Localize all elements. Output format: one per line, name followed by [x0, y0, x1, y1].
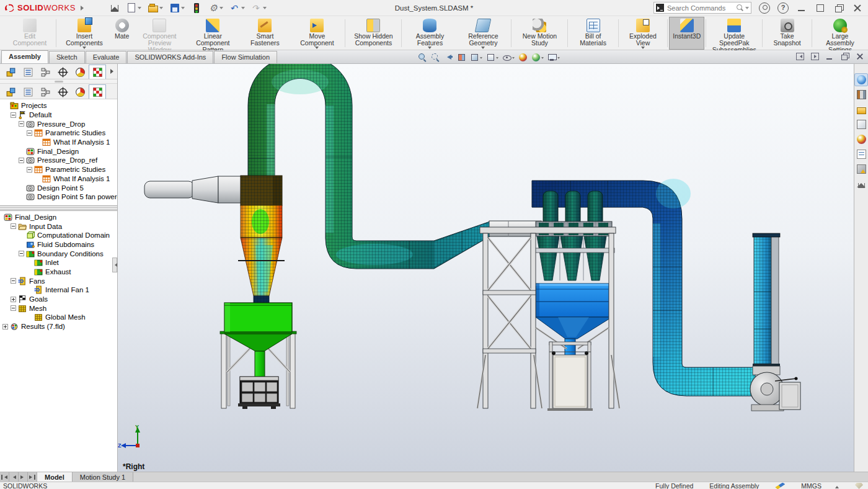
- insert-components-button[interactable]: Insert Components: [58, 17, 111, 50]
- tree-item-fluid-subdomains[interactable]: Fluid Subdomains: [0, 240, 117, 249]
- exploded-view-button[interactable]: Exploded View: [620, 17, 666, 50]
- tree-item-projects[interactable]: Projects: [0, 101, 117, 110]
- tree-item-parametric-studies[interactable]: Parametric Studies: [0, 128, 117, 138]
- chevron-down-icon[interactable]: [263, 7, 267, 11]
- undo-button[interactable]: ↶: [229, 2, 246, 14]
- chevron-down-icon[interactable]: [541, 57, 544, 60]
- tree-item-final-design-root[interactable]: Final_Design: [0, 213, 117, 222]
- tree-item-what-if-analysis[interactable]: What If Analysis 1: [0, 138, 117, 147]
- new-motion-study-button[interactable]: New Motion Study: [513, 17, 566, 50]
- chevron-down-icon[interactable]: [159, 7, 163, 11]
- component-preview-window-button[interactable]: Component Preview Window: [133, 17, 186, 50]
- reference-geometry-button[interactable]: Reference Geometry: [456, 17, 510, 50]
- tree-item-internal-fan-1[interactable]: Internal Fan 1: [0, 285, 117, 295]
- help-icon[interactable]: ?: [777, 2, 789, 14]
- assembly-features-button[interactable]: Assembly Features: [403, 17, 456, 50]
- cyclone-separator[interactable]: [238, 176, 285, 304]
- solidworks-add-ins-button[interactable]: [855, 163, 867, 175]
- file-explorer-button[interactable]: [855, 104, 867, 115]
- chevron-down-icon[interactable]: [496, 57, 498, 60]
- options-button[interactable]: ⚙: [207, 2, 224, 14]
- view-settings-button[interactable]: [546, 52, 561, 63]
- chevron-down-icon[interactable]: [241, 7, 245, 11]
- tree-item-design-point-5-fan[interactable]: Design Point 5 fan powered: [0, 192, 117, 202]
- linear-component-pattern-button[interactable]: Linear Component Pattern: [186, 17, 239, 50]
- user-account-icon[interactable]: [759, 2, 770, 14]
- expand-icon[interactable]: [2, 324, 8, 330]
- take-snapshot-button[interactable]: Take Snapshot: [764, 17, 810, 50]
- chevron-down-icon[interactable]: [557, 57, 560, 60]
- chevron-down-icon[interactable]: [512, 57, 515, 60]
- restore-button[interactable]: [833, 2, 844, 14]
- tree-item-pressure-drop-ref[interactable]: Pressure_Drop_ref: [0, 156, 117, 165]
- chevron-down-icon[interactable]: [480, 57, 482, 60]
- overhead-duct-arch[interactable]: [248, 64, 490, 269]
- doc-close-button[interactable]: [855, 52, 864, 61]
- inlet-pipe[interactable]: [144, 176, 242, 203]
- collapse-icon[interactable]: [27, 130, 32, 136]
- tab-feature-manager[interactable]: [2, 65, 19, 79]
- mate-button[interactable]: Mate: [111, 17, 133, 50]
- instant3d-button[interactable]: Instant3D: [669, 17, 704, 50]
- tab-configuration-manager[interactable]: [37, 65, 54, 79]
- baghouse-collection-hopper[interactable]: [536, 284, 612, 367]
- update-speedpak-button[interactable]: Update SpeedPak Subassemblies: [707, 17, 761, 50]
- maximize-button[interactable]: [815, 2, 826, 14]
- tree-item-final-design[interactable]: Final_Design: [0, 146, 117, 156]
- large-assembly-settings-button[interactable]: Large Assembly Settings: [813, 17, 867, 50]
- graphics-viewport[interactable]: Y Z *Right: [118, 64, 854, 472]
- pane-splitter[interactable]: [0, 79, 117, 84]
- display-style-button[interactable]: [485, 52, 500, 63]
- zoom-to-area-button[interactable]: [430, 52, 441, 63]
- tab-display-manager[interactable]: [71, 65, 89, 79]
- smart-fasteners-button[interactable]: Smart Fasteners: [239, 17, 290, 50]
- tree-item-parametric-studies[interactable]: Parametric Studies: [0, 165, 117, 174]
- collapse-icon[interactable]: [11, 112, 16, 118]
- last-tab-button[interactable]: [28, 472, 37, 482]
- edit-component-button[interactable]: Edit Component: [5, 17, 55, 50]
- save-button[interactable]: [169, 2, 186, 14]
- zoom-to-fit-button[interactable]: [417, 52, 428, 63]
- new-document-button[interactable]: [125, 2, 143, 14]
- tab-feature-manager[interactable]: [2, 84, 19, 99]
- baghouse-hoppers[interactable]: [533, 236, 614, 284]
- tab-flow-simulation[interactable]: Flow Simulation: [214, 51, 277, 63]
- chevron-down-icon[interactable]: [181, 7, 185, 11]
- tree-item-inlet[interactable]: Inlet: [0, 258, 117, 267]
- pane-right-button[interactable]: [810, 52, 820, 61]
- expand-icon[interactable]: [11, 297, 16, 302]
- tab-model[interactable]: Model: [37, 472, 73, 482]
- tree-item-what-if-analysis[interactable]: What If Analysis 1: [0, 174, 117, 184]
- collapse-icon[interactable]: [11, 305, 16, 311]
- tree-splitter[interactable]: [0, 205, 117, 211]
- rebuild-button[interactable]: [190, 2, 203, 14]
- collapse-icon[interactable]: [19, 158, 24, 163]
- tab-flow-simulation-tree[interactable]: [89, 84, 106, 99]
- tree-item-default[interactable]: Default: [0, 110, 117, 120]
- tab-dimxpert-manager[interactable]: [54, 84, 71, 99]
- solidworks-forum-button[interactable]: [855, 178, 867, 190]
- tree-item-input-data[interactable]: Input Data: [0, 222, 117, 231]
- cyclone-drum[interactable]: [238, 377, 280, 409]
- search-commands-box[interactable]: [653, 2, 751, 14]
- open-document-button[interactable]: [147, 2, 164, 14]
- show-hidden-components-button[interactable]: Show Hidden Components: [347, 17, 400, 50]
- tab-solidworks-add-ins[interactable]: SOLIDWORKS Add-Ins: [127, 51, 213, 63]
- tab-sketch[interactable]: Sketch: [49, 51, 85, 63]
- tree-item-mesh[interactable]: Mesh: [0, 303, 117, 313]
- tree-item-results[interactable]: Results (7.fld): [0, 322, 117, 331]
- search-commands-input[interactable]: [666, 4, 735, 12]
- units-caret-icon[interactable]: [835, 484, 839, 488]
- previous-view-button[interactable]: [443, 52, 454, 63]
- tree-item-computational-domain[interactable]: Computational Domain: [0, 231, 117, 240]
- tree-item-fans[interactable]: Fans: [0, 276, 117, 285]
- menu-expand-icon[interactable]: [81, 6, 86, 11]
- tab-property-manager[interactable]: [19, 65, 37, 79]
- minimize-button[interactable]: [796, 2, 807, 14]
- edit-appearance-button[interactable]: [517, 52, 529, 63]
- tree-item-global-mesh[interactable]: Global Mesh: [0, 313, 117, 322]
- tag-icon[interactable]: [855, 483, 863, 489]
- panel-collapse-handle[interactable]: [112, 258, 117, 272]
- home-button[interactable]: [108, 2, 121, 14]
- assembly-3d-view[interactable]: Y Z: [118, 64, 854, 472]
